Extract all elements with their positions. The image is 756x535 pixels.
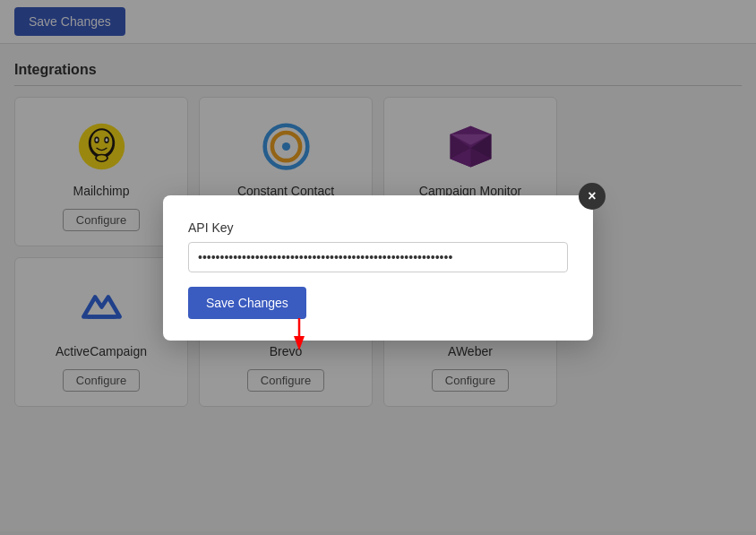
modal-close-button[interactable]: × [579, 183, 606, 210]
modal: × API Key Save Changes [163, 195, 593, 341]
modal-save-changes-button[interactable]: Save Changes [188, 287, 306, 319]
modal-overlay: × API Key Save Changes [0, 0, 756, 535]
api-key-label: API Key [188, 220, 568, 235]
api-key-input[interactable] [188, 242, 568, 272]
